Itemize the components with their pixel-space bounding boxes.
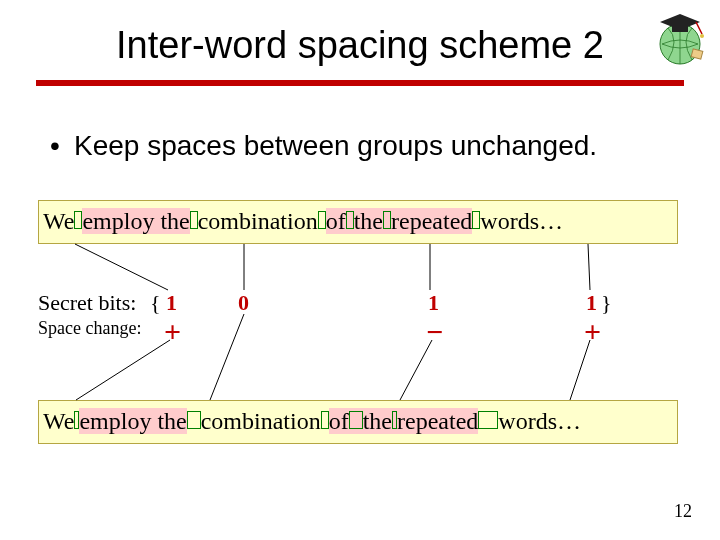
bullet-dot: • [50, 130, 74, 162]
svg-rect-2 [672, 26, 688, 32]
w: repeated [397, 408, 478, 434]
bit-0: 1 [166, 290, 177, 316]
secret-bits-label: Secret bits: [38, 290, 136, 316]
title-underline [36, 80, 684, 86]
svg-line-12 [400, 340, 432, 400]
bullet-text: Keep spaces between groups unchanged. [74, 130, 597, 161]
pink-group: employ the [82, 208, 189, 234]
svg-line-3 [696, 22, 702, 34]
w: We [43, 208, 74, 234]
bit-2: 1 [428, 290, 439, 316]
bit-3: 1 [586, 290, 597, 316]
w: We [43, 408, 74, 434]
label-text: Secret bits: [38, 290, 136, 315]
w: employ [82, 208, 154, 234]
w: the [157, 408, 186, 434]
space-marker [478, 411, 498, 429]
space-marker [383, 211, 391, 229]
w: of [326, 208, 346, 234]
brace-open: { [150, 290, 161, 316]
space-marker [187, 411, 201, 429]
page-number: 12 [674, 501, 692, 522]
w: combination [198, 208, 318, 234]
example-line-2: Weemploy thecombinationoftherepeatedword… [38, 400, 678, 444]
space-change-label: Space change: [38, 318, 141, 339]
svg-line-13 [570, 340, 590, 400]
pink-group: employ the [79, 408, 186, 434]
bullet-line: •Keep spaces between groups unchanged. [50, 130, 670, 162]
sign-2: − [426, 322, 443, 342]
w: employ [79, 408, 151, 434]
brace-close: } [601, 290, 612, 316]
sign-3: + [584, 322, 601, 342]
w: the [354, 208, 383, 234]
example-line-1: Weemploy thecombinationoftherepeatedword… [38, 200, 678, 244]
globe-grad-cap-icon [650, 10, 710, 70]
w: the [160, 208, 189, 234]
pink-group: oftherepeated [329, 408, 479, 434]
slide: Inter-word spacing scheme 2 •Keep spaces… [0, 0, 720, 540]
w: words… [480, 208, 563, 234]
bit-1: 0 [238, 290, 249, 316]
svg-line-9 [588, 244, 590, 290]
svg-point-4 [700, 34, 704, 38]
sign-0: + [164, 322, 181, 342]
label-text: Space change: [38, 318, 141, 338]
pink-group: oftherepeated [326, 208, 473, 234]
svg-line-11 [210, 314, 244, 400]
slide-title: Inter-word spacing scheme 2 [0, 24, 720, 67]
svg-line-10 [76, 340, 170, 400]
w: repeated [391, 208, 472, 234]
w: the [363, 408, 392, 434]
w: words… [498, 408, 581, 434]
space-marker [190, 211, 198, 229]
space-marker [349, 411, 363, 429]
w: combination [201, 408, 321, 434]
space-marker [321, 411, 329, 429]
space-marker [318, 211, 326, 229]
space-marker [346, 211, 354, 229]
svg-line-6 [75, 244, 168, 290]
w: of [329, 408, 349, 434]
